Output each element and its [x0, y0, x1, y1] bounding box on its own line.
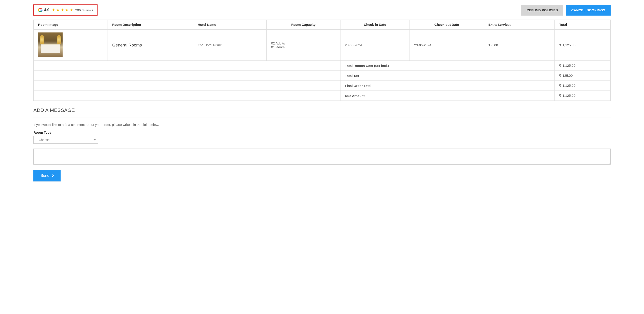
reviews-count: 206 reviews [75, 8, 93, 12]
col-room-description: Room Description [108, 20, 193, 29]
capacity-rooms: 01 Room [271, 45, 336, 49]
hotel-name: The Hotel Prime [193, 29, 266, 61]
star-icon: ★ [56, 7, 60, 12]
col-total: Total [555, 20, 610, 29]
summary-due-value: ₹ 1,125.00 [555, 91, 610, 101]
refund-policies-button[interactable]: REFUND POLICIES [521, 5, 563, 15]
summary-rooms-cost-label: Total Rooms Cost (tax incl.) [340, 61, 555, 71]
send-button-label: Send [40, 173, 50, 178]
capacity-adults: 02 Adults [271, 41, 336, 45]
message-hint: If you would like to add a comment about… [34, 123, 610, 127]
col-hotel-name: Hotel Name [193, 20, 266, 29]
google-rating-badge[interactable]: 4.9 ★ ★ ★ ★ ★ 206 reviews [34, 4, 98, 15]
summary-rooms-cost-value: ₹ 1,125.00 [555, 61, 610, 71]
table-row: General Rooms The Hotel Prime 02 Adults … [34, 29, 610, 61]
col-room-capacity: Room Capacity [266, 20, 340, 29]
col-room-image: Room Image [34, 20, 108, 29]
rating-stars: ★ ★ ★ ★ ★ [52, 7, 73, 12]
star-icon: ★ [52, 7, 55, 12]
booking-table: Room Image Room Description Hotel Name R… [34, 19, 610, 101]
message-textarea[interactable] [34, 149, 610, 164]
summary-tax-label: Total Tax [340, 71, 555, 81]
cancel-bookings-button[interactable]: CANCEL BOOKINGS [566, 5, 610, 15]
summary-final-label: Final Order Total [340, 81, 555, 91]
checkout-date: 29-06-2024 [410, 29, 484, 61]
room-description: General Rooms [112, 43, 142, 47]
room-type-label: Room Type [34, 131, 610, 134]
room-image [38, 32, 62, 57]
star-icon: ★ [70, 7, 73, 12]
col-checkin: Check-in Date [340, 20, 410, 29]
room-type-select[interactable]: -- Choose -- [34, 136, 98, 144]
checkin-date: 28-06-2024 [340, 29, 410, 61]
send-button[interactable]: Send [34, 170, 60, 181]
add-message-title: ADD A MESSAGE [34, 107, 610, 113]
rating-value: 4.9 [44, 8, 50, 12]
star-icon: ★ [60, 7, 64, 12]
row-total: ₹ 1,125.00 [555, 29, 610, 61]
chevron-right-icon [51, 174, 54, 177]
col-extras: Extra Services [484, 20, 555, 29]
google-icon [38, 7, 43, 12]
summary-tax-value: ₹ 125.00 [555, 71, 610, 81]
col-checkout: Check-out Date [410, 20, 484, 29]
summary-final-value: ₹ 1,125.00 [555, 81, 610, 91]
summary-due-label: Due Amount [340, 91, 555, 101]
extras-value: ₹ 0.00 [484, 29, 555, 61]
star-icon: ★ [65, 7, 68, 12]
